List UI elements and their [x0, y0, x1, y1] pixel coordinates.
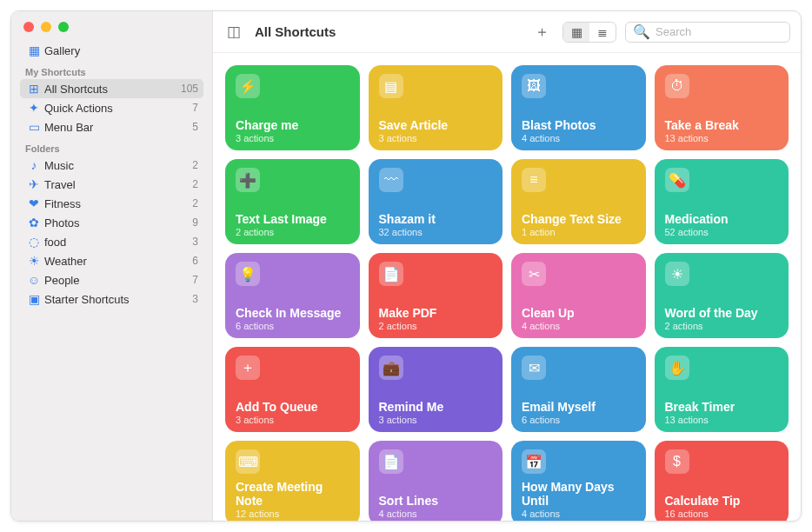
shortcut-icon: ✉	[522, 356, 546, 380]
sidebar-item-icon: ◌	[25, 235, 43, 249]
shortcut-icon: ➕	[236, 168, 260, 192]
sidebar-section-folders: Folders	[20, 136, 203, 156]
sidebar-item-count: 6	[192, 255, 198, 267]
shortcut-subtitle: 13 actions	[665, 133, 779, 143]
shortcut-card[interactable]: 💊Medication52 actions	[655, 159, 789, 244]
search-input[interactable]	[656, 25, 782, 38]
shortcut-icon: ≡	[522, 168, 546, 192]
shortcut-card[interactable]: 📄Sort Lines4 actions	[369, 441, 503, 521]
shortcut-grid-scroll[interactable]: ⚡Charge me3 actions▤Save Article3 action…	[213, 53, 801, 521]
sidebar-item-starter-shortcuts[interactable]: ▣Starter Shortcuts3	[20, 289, 203, 309]
shortcut-card[interactable]: ☀Word of the Day2 actions	[655, 253, 789, 338]
shortcut-subtitle: 4 actions	[522, 509, 636, 519]
shortcut-subtitle: 2 actions	[665, 321, 779, 331]
shortcut-subtitle: 12 actions	[236, 509, 349, 519]
shortcut-grid: ⚡Charge me3 actions▤Save Article3 action…	[225, 65, 789, 521]
close-icon[interactable]	[23, 22, 34, 32]
sidebar-item-quick-actions[interactable]: ✦Quick Actions7	[20, 98, 203, 117]
shortcut-card[interactable]: $Calculate Tip16 actions	[655, 441, 789, 521]
shortcut-card[interactable]: 〰Shazam it32 actions	[369, 159, 503, 244]
shortcut-name: Text Last Image	[236, 212, 349, 226]
shortcut-card[interactable]: ➕Text Last Image2 actions	[225, 159, 360, 244]
shortcut-name: Blast Photos	[522, 118, 636, 132]
list-view-button[interactable]: ≣	[589, 23, 616, 42]
shortcut-name: Sort Lines	[379, 494, 493, 508]
page-title: All Shortcuts	[255, 24, 336, 39]
sidebar-item-photos[interactable]: ✿Photos9	[20, 213, 203, 232]
sidebar-section-my-shortcuts: My Shortcuts	[20, 60, 203, 79]
fullscreen-icon[interactable]	[58, 22, 69, 32]
shortcut-name: How Many Days Until	[522, 480, 636, 508]
shortcut-card[interactable]: 📄Make PDF2 actions	[369, 253, 503, 338]
shortcut-card[interactable]: ⏱Take a Break13 actions	[655, 65, 789, 150]
shortcut-card[interactable]: ✉Email Myself6 actions	[511, 347, 646, 432]
sidebar-item-icon: ▭	[25, 120, 43, 134]
shortcut-card[interactable]: ⚡Charge me3 actions	[225, 65, 360, 150]
sidebar-item-label: Fitness	[43, 197, 192, 210]
shortcut-subtitle: 16 actions	[665, 509, 779, 519]
shortcut-card[interactable]: 💡Check In Message6 actions	[225, 253, 360, 338]
sidebar-item-travel[interactable]: ✈Travel2	[20, 175, 203, 194]
grid-view-button[interactable]: ▦	[563, 23, 589, 42]
shortcut-card[interactable]: ⌨Create Meeting Note12 actions	[225, 441, 360, 521]
shortcut-icon: ☀	[665, 262, 689, 286]
sidebar-item-music[interactable]: ♪Music2	[20, 156, 203, 175]
sidebar-item-food[interactable]: ◌food3	[20, 232, 203, 251]
sidebar-toggle-icon[interactable]: ◫	[222, 22, 246, 43]
sidebar-item-people[interactable]: ☺People7	[20, 270, 203, 289]
shortcut-icon: 📄	[379, 262, 403, 286]
add-button[interactable]: ＋	[529, 22, 554, 43]
shortcut-name: Add To Queue	[236, 400, 349, 414]
grid-icon: ▦	[25, 43, 43, 57]
shortcut-subtitle: 4 actions	[522, 321, 636, 331]
sidebar-item-count: 2	[192, 178, 198, 190]
shortcut-subtitle: 6 actions	[236, 321, 349, 331]
shortcut-name: Take a Break	[665, 118, 779, 132]
sidebar-item-gallery[interactable]: ▦ Gallery	[20, 41, 203, 60]
shortcut-icon: 💡	[236, 262, 260, 286]
view-toggle: ▦ ≣	[562, 22, 616, 43]
sidebar-item-label: Travel	[43, 178, 192, 191]
sidebar-item-label: Quick Actions	[43, 102, 192, 115]
sidebar-item-label: Menu Bar	[43, 121, 192, 134]
shortcut-card[interactable]: 🖼Blast Photos4 actions	[511, 65, 646, 150]
sidebar-item-label: Starter Shortcuts	[43, 293, 192, 306]
minimize-icon[interactable]	[41, 22, 51, 32]
shortcut-card[interactable]: 📅How Many Days Until4 actions	[511, 441, 646, 521]
sidebar-item-label: food	[43, 236, 192, 249]
sidebar-item-label: Music	[43, 159, 192, 172]
sidebar-item-fitness[interactable]: ❤Fitness2	[20, 194, 203, 213]
sidebar-item-weather[interactable]: ☀Weather6	[20, 251, 203, 270]
shortcut-subtitle: 32 actions	[379, 227, 493, 237]
shortcut-card[interactable]: ✋Break Timer13 actions	[655, 347, 789, 432]
shortcut-card[interactable]: ✂Clean Up4 actions	[511, 253, 646, 338]
toolbar: ◫ All Shortcuts ＋ ▦ ≣ 🔍	[213, 11, 801, 53]
shortcut-card[interactable]: ＋Add To Queue3 actions	[225, 347, 360, 432]
search-field[interactable]: 🔍	[625, 22, 790, 43]
shortcut-icon: ▤	[379, 74, 403, 98]
sidebar-item-count: 5	[192, 121, 198, 133]
shortcut-subtitle: 13 actions	[665, 415, 779, 425]
sidebar-item-menu-bar[interactable]: ▭Menu Bar5	[20, 117, 203, 136]
shortcut-subtitle: 3 actions	[379, 133, 493, 143]
shortcut-name: Word of the Day	[665, 306, 779, 320]
shortcut-icon: 📅	[522, 449, 546, 474]
shortcut-card[interactable]: 💼Remind Me3 actions	[369, 347, 503, 432]
sidebar-item-label: People	[43, 274, 192, 287]
shortcut-icon: 📄	[379, 449, 403, 474]
shortcut-name: Check In Message	[236, 306, 349, 320]
shortcut-subtitle: 52 actions	[665, 227, 779, 237]
shortcut-icon: ✂	[522, 262, 546, 286]
sidebar-item-icon: ✈	[25, 177, 43, 191]
shortcut-name: Make PDF	[379, 306, 493, 320]
shortcut-card[interactable]: ▤Save Article3 actions	[369, 65, 503, 150]
sidebar-item-all-shortcuts[interactable]: ⊞All Shortcuts105	[20, 79, 203, 98]
sidebar-item-count: 3	[192, 293, 198, 305]
shortcut-icon: ⏱	[665, 74, 689, 98]
sidebar-item-icon: ❤	[25, 196, 43, 210]
shortcut-card[interactable]: ≡Change Text Size1 action	[511, 159, 646, 244]
shortcut-name: Charge me	[236, 118, 349, 132]
shortcut-subtitle: 2 actions	[236, 227, 349, 237]
sidebar-item-label: Photos	[43, 216, 192, 229]
shortcut-subtitle: 3 actions	[236, 415, 349, 425]
